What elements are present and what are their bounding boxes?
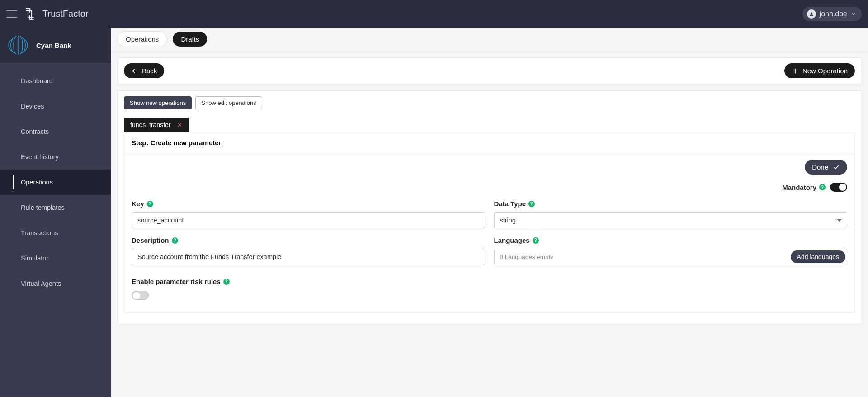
filter-show-edit[interactable]: Show edit operations — [195, 96, 262, 109]
check-icon — [833, 164, 840, 171]
help-icon[interactable]: ? — [172, 237, 178, 244]
sidebar-item-virtual-agents[interactable]: Virtual Agents — [0, 271, 111, 296]
key-input[interactable] — [132, 212, 485, 228]
key-label: Key ? — [132, 200, 485, 208]
sidebar-item-rule-templates[interactable]: Rule templates — [0, 195, 111, 220]
data-type-label: Data Type ? — [494, 200, 848, 208]
description-input[interactable] — [132, 249, 485, 265]
operation-tab[interactable]: funds_transfer ✕ — [124, 118, 189, 132]
tenant-header: Cyan Bank — [0, 28, 111, 63]
topbar: TrustFactor john.doe — [0, 0, 868, 28]
tenant-logo — [6, 33, 30, 57]
sidebar: Cyan Bank Dashboard Devices Contracts Ev… — [0, 28, 111, 397]
menu-toggle-button[interactable] — [6, 9, 17, 19]
arrow-left-icon — [131, 67, 138, 75]
tab-operations[interactable]: Operations — [117, 31, 167, 47]
divider — [124, 154, 854, 154]
help-icon[interactable]: ? — [533, 237, 539, 244]
sidebar-item-simulator[interactable]: Simulator — [0, 246, 111, 271]
sidebar-item-contracts[interactable]: Contracts — [0, 119, 111, 144]
sidebar-item-dashboard[interactable]: Dashboard — [0, 68, 111, 94]
step-title: Step: Create new parameter — [132, 139, 847, 147]
risk-rules-toggle[interactable] — [132, 291, 149, 300]
done-button[interactable]: Done — [805, 160, 847, 175]
filter-row: Show new operations Show edit operations — [124, 96, 855, 109]
help-icon[interactable]: ? — [819, 184, 826, 190]
svg-point-0 — [811, 12, 812, 14]
back-button[interactable]: Back — [124, 63, 164, 78]
done-label: Done — [812, 163, 828, 171]
languages-label: Languages ? — [494, 236, 848, 244]
brand-name: TrustFactor — [42, 9, 89, 19]
brand-logo — [22, 6, 38, 22]
parameter-form: Step: Create new parameter Done — [124, 132, 855, 313]
new-operation-button[interactable]: New Operation — [784, 63, 855, 78]
sidebar-nav: Dashboard Devices Contracts Event histor… — [0, 63, 111, 296]
sidebar-item-event-history[interactable]: Event history — [0, 144, 111, 170]
data-type-select[interactable]: string — [494, 212, 848, 228]
header-actions-panel: Back New Operation — [117, 57, 862, 84]
user-name: john.doe — [820, 10, 847, 18]
user-icon — [807, 9, 816, 19]
help-icon[interactable]: ? — [528, 201, 535, 207]
tenant-name: Cyan Bank — [36, 42, 71, 49]
sidebar-item-operations[interactable]: Operations — [0, 170, 111, 195]
mandatory-label: Mandatory ? — [782, 184, 826, 191]
operation-tab-name: funds_transfer — [130, 121, 171, 128]
close-icon[interactable]: ✕ — [177, 122, 182, 128]
help-icon[interactable]: ? — [147, 201, 153, 207]
chevron-down-icon — [851, 11, 856, 17]
filter-show-new[interactable]: Show new operations — [124, 96, 192, 109]
tab-drafts[interactable]: Drafts — [173, 32, 207, 47]
mandatory-toggle[interactable] — [830, 183, 847, 192]
plus-icon — [792, 67, 799, 75]
new-operation-label: New Operation — [802, 67, 848, 75]
risk-rules-label: Enable parameter risk rules ? — [132, 278, 847, 285]
back-label: Back — [142, 67, 157, 75]
user-menu[interactable]: john.doe — [802, 7, 862, 21]
help-icon[interactable]: ? — [223, 279, 230, 285]
editor-panel: Show new operations Show edit operations… — [117, 90, 862, 324]
add-languages-button[interactable]: Add languages — [791, 250, 845, 263]
languages-status: 0 Languages empty — [500, 254, 554, 260]
sidebar-item-devices[interactable]: Devices — [0, 94, 111, 119]
main: Operations Drafts Back — [111, 28, 868, 397]
sidebar-item-transactions[interactable]: Transactions — [0, 220, 111, 246]
description-label: Description ? — [132, 236, 485, 244]
top-tabs: Operations Drafts — [111, 28, 868, 51]
languages-box: 0 Languages empty Add languages — [494, 249, 848, 265]
